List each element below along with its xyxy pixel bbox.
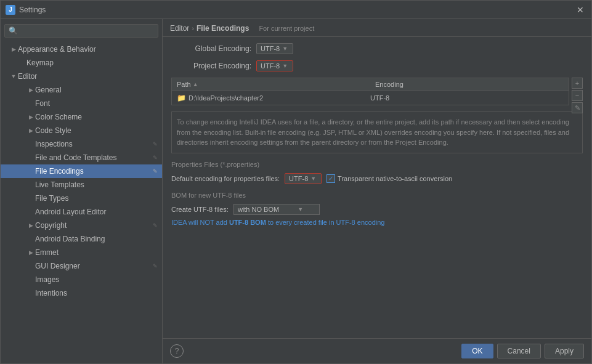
dropdown-arrow-icon: ▼ xyxy=(298,206,303,212)
expander-icon: ▶ xyxy=(26,126,35,135)
spacer xyxy=(26,289,35,297)
spacer xyxy=(18,59,26,67)
global-encoding-select[interactable]: UTF-8 ▼ xyxy=(256,43,293,54)
transparent-conversion-checkbox[interactable]: Transparent native-to-ascii conversion xyxy=(326,174,452,183)
sidebar-item-inspections[interactable]: Inspections ✎ xyxy=(1,137,162,151)
default-encoding-row: Default encoding for properties files: U… xyxy=(171,173,583,184)
default-encoding-label: Default encoding for properties files: xyxy=(171,175,280,182)
spacer xyxy=(26,208,35,216)
project-encoding-row: Project Encoding: UTF-8 ▼ xyxy=(171,60,583,71)
bom-section: BOM for new UTF-8 files Create UTF-8 fil… xyxy=(171,192,583,226)
bom-note-prefix: IDEA will NOT add xyxy=(171,219,229,226)
properties-section: Properties Files (*.properties) Default … xyxy=(171,161,583,184)
encoding-table-section: Path ▲ Encoding 📁 D:\IdeaProjects\chapte… xyxy=(171,78,569,105)
column-path[interactable]: Path ▲ xyxy=(172,78,370,91)
edit-icon: ✎ xyxy=(151,167,160,176)
sidebar-item-general[interactable]: ▶ General xyxy=(1,83,162,97)
spacer xyxy=(26,140,35,148)
edit-row-button[interactable]: ✎ xyxy=(572,102,583,113)
breadcrumb-parent: Editor xyxy=(170,24,189,33)
spacer xyxy=(26,262,35,270)
panel-header: Editor › File Encodings For current proj… xyxy=(163,19,591,37)
remove-row-button[interactable]: − xyxy=(572,90,583,101)
spacer xyxy=(26,153,35,162)
transparent-label: Transparent native-to-ascii conversion xyxy=(338,175,452,182)
app-icon: J xyxy=(6,5,15,15)
bom-note-suffix: to every created file in UTF-8 encoding xyxy=(266,219,385,226)
global-encoding-row: Global Encoding: UTF-8 ▼ xyxy=(171,43,583,54)
expander-icon: ▶ xyxy=(26,86,35,94)
panel-body: Global Encoding: UTF-8 ▼ Project Encodin… xyxy=(163,37,591,338)
breadcrumb-current: File Encodings xyxy=(197,24,249,33)
project-encoding-select[interactable]: UTF-8 ▼ xyxy=(256,60,293,71)
table-cell-encoding: UTF-8 xyxy=(370,94,564,102)
bom-select[interactable]: with NO BOM ▼ xyxy=(233,204,320,215)
ok-button[interactable]: OK xyxy=(461,344,493,358)
help-button[interactable]: ? xyxy=(170,344,184,358)
breadcrumb: Editor › File Encodings xyxy=(170,24,249,33)
sidebar-item-code-style[interactable]: ▶ Code Style xyxy=(1,124,162,137)
spacer xyxy=(26,167,35,176)
edit-icon: ✎ xyxy=(151,153,160,162)
dialog-content: ▶ Appearance & Behavior Keymap ▼ Editor … xyxy=(1,19,591,363)
table-side-buttons: + − ✎ xyxy=(572,78,583,113)
folder-icon: 📁 xyxy=(177,94,186,102)
column-encoding[interactable]: Encoding xyxy=(370,78,569,91)
close-button[interactable]: ✕ xyxy=(574,4,586,16)
cancel-button[interactable]: Cancel xyxy=(497,344,541,358)
sidebar-item-android-data[interactable]: Android Data Binding xyxy=(1,232,162,246)
dropdown-arrow-icon: ▼ xyxy=(282,63,288,69)
project-encoding-label: Project Encoding: xyxy=(171,62,251,70)
sidebar-item-gui-designer[interactable]: GUI Designer ✎ xyxy=(1,259,162,273)
sidebar-item-keymap[interactable]: Keymap xyxy=(1,56,162,70)
sidebar-item-color-scheme[interactable]: ▶ Color Scheme xyxy=(1,110,162,124)
info-text: To change encoding IntelliJ IDEA uses fo… xyxy=(171,111,583,153)
breadcrumb-separator: › xyxy=(192,25,194,32)
sidebar-item-file-types[interactable]: File Types xyxy=(1,192,162,205)
search-bar xyxy=(1,22,162,40)
sidebar-item-copyright[interactable]: ▶ Copyright ✎ xyxy=(1,219,162,232)
main-panel: Editor › File Encodings For current proj… xyxy=(163,19,591,363)
sidebar-item-live-templates[interactable]: Live Templates xyxy=(1,178,162,192)
expander-icon: ▶ xyxy=(26,221,35,230)
sidebar-item-android-layout[interactable]: Android Layout Editor xyxy=(1,205,162,219)
create-utf8-row: Create UTF-8 files: with NO BOM ▼ xyxy=(171,204,583,215)
bom-note-link: UTF-8 BOM xyxy=(229,219,266,226)
default-encoding-select[interactable]: UTF-8 ▼ xyxy=(285,173,322,184)
sidebar-item-editor[interactable]: ▼ Editor xyxy=(1,70,162,83)
spacer xyxy=(26,235,35,243)
for-project-link[interactable]: For current project xyxy=(259,25,314,32)
sidebar-item-font[interactable]: Font xyxy=(1,97,162,110)
spacer xyxy=(26,275,35,284)
expander-icon: ▶ xyxy=(26,248,35,257)
sidebar: ▶ Appearance & Behavior Keymap ▼ Editor … xyxy=(1,19,163,363)
sidebar-item-file-encodings[interactable]: File Encodings ✎ xyxy=(1,164,162,178)
settings-dialog: J Settings ✕ ▶ Appearance & Behavior Key… xyxy=(0,0,592,364)
spacer xyxy=(26,194,35,203)
dropdown-arrow-icon: ▼ xyxy=(310,176,316,182)
bom-note: IDEA will NOT add UTF-8 BOM to every cre… xyxy=(171,219,583,226)
table-header: Path ▲ Encoding xyxy=(172,78,569,91)
edit-icon: ✎ xyxy=(151,221,160,230)
sidebar-item-intentions[interactable]: Intentions xyxy=(1,286,162,300)
sidebar-item-appearance[interactable]: ▶ Appearance & Behavior xyxy=(1,42,162,56)
expander-icon: ▶ xyxy=(9,45,18,54)
table-row[interactable]: 📁 D:\IdeaProjects\chapter2 UTF-8 xyxy=(172,91,569,105)
encoding-table: Path ▲ Encoding 📁 D:\IdeaProjects\chapte… xyxy=(171,78,569,105)
title-bar: J Settings ✕ xyxy=(1,1,591,19)
sidebar-item-images[interactable]: Images xyxy=(1,273,162,286)
sidebar-item-file-code-templates[interactable]: File and Code Templates ✎ xyxy=(1,151,162,164)
add-row-button[interactable]: + xyxy=(572,78,583,89)
bom-section-title: BOM for new UTF-8 files xyxy=(171,192,583,199)
edit-icon: ✎ xyxy=(151,140,160,148)
dropdown-arrow-icon: ▼ xyxy=(282,46,288,52)
sidebar-item-emmet[interactable]: ▶ Emmet xyxy=(1,246,162,259)
global-encoding-label: Global Encoding: xyxy=(171,44,251,53)
apply-button[interactable]: Apply xyxy=(545,344,584,358)
expander-icon: ▶ xyxy=(26,113,35,121)
create-utf8-label: Create UTF-8 files: xyxy=(171,206,229,213)
search-input[interactable] xyxy=(4,24,158,38)
spacer xyxy=(26,180,35,189)
spacer xyxy=(26,99,35,108)
sort-icon: ▲ xyxy=(193,81,198,87)
